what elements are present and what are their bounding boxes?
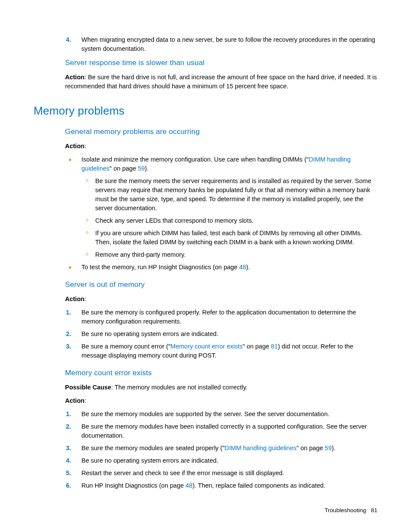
list-item: Be sure no operating system errors are i… <box>78 330 377 339</box>
continued-ordered-list: When migrating encrypted data to a new s… <box>65 35 377 53</box>
text: Be sure a memory count error (" <box>81 343 171 350</box>
heading-server-response-slow: Server response time is slower than usua… <box>65 58 377 68</box>
ordered-list: Be sure the memory modules are supported… <box>65 410 377 490</box>
heading-general-memory-problems: General memory problems are occurring <box>65 127 377 137</box>
sub-bullet-list: Be sure the memory meets the server requ… <box>81 177 377 259</box>
link-page-59[interactable]: 59 <box>138 165 145 172</box>
list-item: To test the memory, run HP Insight Diagn… <box>78 263 377 272</box>
text: " on page <box>243 343 271 350</box>
colon: : <box>84 296 86 302</box>
list-item: Be sure the memory modules are supported… <box>78 410 377 419</box>
colon: : <box>84 143 86 149</box>
bullet-list: Isolate and minimize the memory configur… <box>65 155 377 272</box>
list-item: Be sure the memory modules are seated pr… <box>78 444 377 453</box>
text: " on page <box>296 445 325 451</box>
text: Run HP Insight Diagnostics (on page <box>81 482 186 489</box>
paragraph-action: Action: Be sure the hard drive is not fu… <box>65 73 377 91</box>
paragraph-action: Action: <box>65 396 377 405</box>
link-page-48[interactable]: 48 <box>239 264 246 271</box>
list-item: Be sure a memory count error ("Memory co… <box>78 342 377 360</box>
footer-section: Troubleshooting <box>324 507 366 513</box>
page-document: When migrating encrypted data to a new s… <box>0 0 411 532</box>
text: ). <box>332 445 336 451</box>
cause-label: Possible Cause <box>65 384 111 391</box>
action-label: Action <box>65 296 84 302</box>
heading-memory-count-error: Memory count error exists <box>65 368 377 379</box>
list-item: Check any server LEDs that correspond to… <box>93 216 377 225</box>
heading-server-out-of-memory: Server is out of memory <box>65 280 377 290</box>
text: ). <box>246 264 250 271</box>
list-item: Be sure the memory meets the server requ… <box>93 177 377 213</box>
list-item: Remove any third-party memory. <box>93 250 377 259</box>
text: " on page <box>109 165 138 172</box>
link-page-81[interactable]: 81 <box>271 343 278 350</box>
action-text: : Be sure the hard drive is not full, an… <box>65 74 377 90</box>
footer-page-number: 81 <box>371 507 377 513</box>
text: Isolate and minimize the memory configur… <box>81 156 308 163</box>
list-item: When migrating encrypted data to a new s… <box>78 35 377 53</box>
cause-text: : The memory modules are not installed c… <box>111 384 247 391</box>
link-page-59[interactable]: 59 <box>325 445 332 451</box>
text: Be sure the memory modules are seated pr… <box>81 445 224 451</box>
list-item: Restart the server and check to see if t… <box>78 469 377 478</box>
ordered-list: Be sure the memory is configured properl… <box>65 308 377 360</box>
link-page-48[interactable]: 48 <box>186 482 193 489</box>
action-label: Action <box>65 74 84 81</box>
text: To test the memory, run HP Insight Diagn… <box>81 264 239 271</box>
paragraph-action: Action: <box>65 142 377 151</box>
action-label: Action <box>65 397 84 404</box>
list-item: Be sure no operating system errors are i… <box>78 456 377 465</box>
paragraph-cause: Possible Cause: The memory modules are n… <box>65 383 377 392</box>
action-label: Action <box>65 143 84 149</box>
list-item: Isolate and minimize the memory configur… <box>78 155 377 259</box>
page-footer: Troubleshooting 81 <box>324 506 377 515</box>
list-item: Run HP Insight Diagnostics (on page 48).… <box>78 481 377 490</box>
text: ). <box>145 165 149 172</box>
list-item: Be sure the memory modules have been ins… <box>78 422 377 440</box>
colon: : <box>84 397 86 404</box>
list-item: Be sure the memory is configured properl… <box>78 308 377 326</box>
paragraph-action: Action: <box>65 295 377 304</box>
list-item: If you are unsure which DIMM has failed,… <box>93 229 377 247</box>
link-dimm-handling-guidelines[interactable]: DIMM handling guidelines <box>224 445 296 451</box>
link-memory-count-error[interactable]: Memory count error exists <box>171 343 243 350</box>
text: ). Then, replace failed components as in… <box>193 482 325 489</box>
heading-memory-problems: Memory problems <box>34 103 377 119</box>
